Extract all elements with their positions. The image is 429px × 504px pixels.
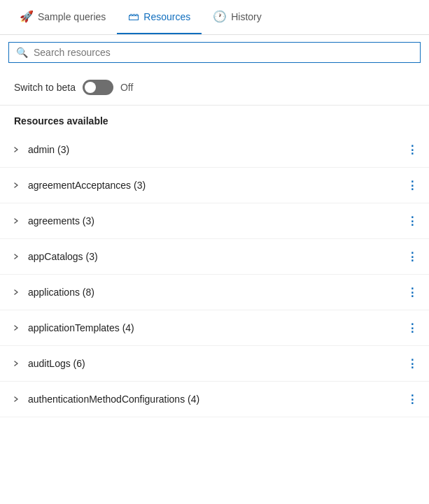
chevron-right-icon xyxy=(10,250,22,263)
chevron-right-icon xyxy=(10,322,22,334)
tab-resources[interactable]: 🗃 Resources xyxy=(117,1,202,34)
history-icon: 🕐 xyxy=(213,10,227,23)
resource-name-label: auditLogs (6) xyxy=(28,358,404,369)
more-options-button[interactable]: ⋮ xyxy=(404,213,421,229)
chevron-right-icon xyxy=(10,357,22,370)
more-options-button[interactable]: ⋮ xyxy=(404,391,421,408)
tab-resources-label: Resources xyxy=(143,11,190,22)
more-options-button[interactable]: ⋮ xyxy=(404,355,421,372)
resources-available-heading: Resources available xyxy=(0,106,429,132)
chevron-right-icon xyxy=(10,179,22,192)
beta-section: Switch to beta Off xyxy=(0,70,429,106)
more-options-button[interactable]: ⋮ xyxy=(404,319,421,336)
resource-name-label: applications (8) xyxy=(28,287,404,298)
list-item[interactable]: applicationTemplates (4)⋮ xyxy=(0,310,429,346)
chevron-right-icon xyxy=(10,286,22,298)
resource-name-label: authenticationMethodConfigurations (4) xyxy=(28,394,404,405)
list-item[interactable]: agreementAcceptances (3)⋮ xyxy=(0,168,429,203)
switch-to-beta-label: Switch to beta xyxy=(14,82,76,93)
tab-history-label: History xyxy=(231,11,262,22)
search-icon: 🔍 xyxy=(16,47,28,58)
toggle-slider xyxy=(83,80,113,95)
tab-history[interactable]: 🕐 History xyxy=(202,0,273,34)
more-options-button[interactable]: ⋮ xyxy=(404,248,421,265)
search-bar: 🔍 xyxy=(8,42,421,63)
resource-name-label: applicationTemplates (4) xyxy=(28,322,404,333)
more-options-button[interactable]: ⋮ xyxy=(404,284,421,301)
tab-bar: 🚀 Sample queries 🗃 Resources 🕐 History xyxy=(0,0,429,35)
resource-name-label: appCatalogs (3) xyxy=(28,251,404,262)
beta-toggle[interactable] xyxy=(83,80,113,95)
resource-name-label: agreements (3) xyxy=(28,215,404,226)
list-item[interactable]: admin (3)⋮ xyxy=(0,132,429,168)
list-item[interactable]: authenticationMethodConfigurations (4)⋮ xyxy=(0,382,429,417)
resources-list: admin (3)⋮ agreementAcceptances (3)⋮ agr… xyxy=(0,132,429,417)
list-item[interactable]: appCatalogs (3)⋮ xyxy=(0,239,429,275)
more-options-button[interactable]: ⋮ xyxy=(404,177,421,194)
rocket-icon: 🚀 xyxy=(20,10,34,23)
chevron-right-icon xyxy=(10,215,22,227)
more-options-button[interactable]: ⋮ xyxy=(404,141,421,158)
resource-name-label: admin (3) xyxy=(28,144,404,155)
search-input[interactable] xyxy=(34,47,413,58)
chevron-right-icon xyxy=(10,143,22,156)
tab-sample-queries[interactable]: 🚀 Sample queries xyxy=(8,0,117,34)
tab-sample-queries-label: Sample queries xyxy=(38,11,106,22)
list-item[interactable]: agreements (3)⋮ xyxy=(0,203,429,239)
chevron-right-icon xyxy=(10,393,22,405)
list-item[interactable]: applications (8)⋮ xyxy=(0,275,429,310)
beta-state-label: Off xyxy=(120,82,133,93)
resources-icon: 🗃 xyxy=(128,10,139,23)
list-item[interactable]: auditLogs (6)⋮ xyxy=(0,346,429,382)
resource-name-label: agreementAcceptances (3) xyxy=(28,180,404,191)
